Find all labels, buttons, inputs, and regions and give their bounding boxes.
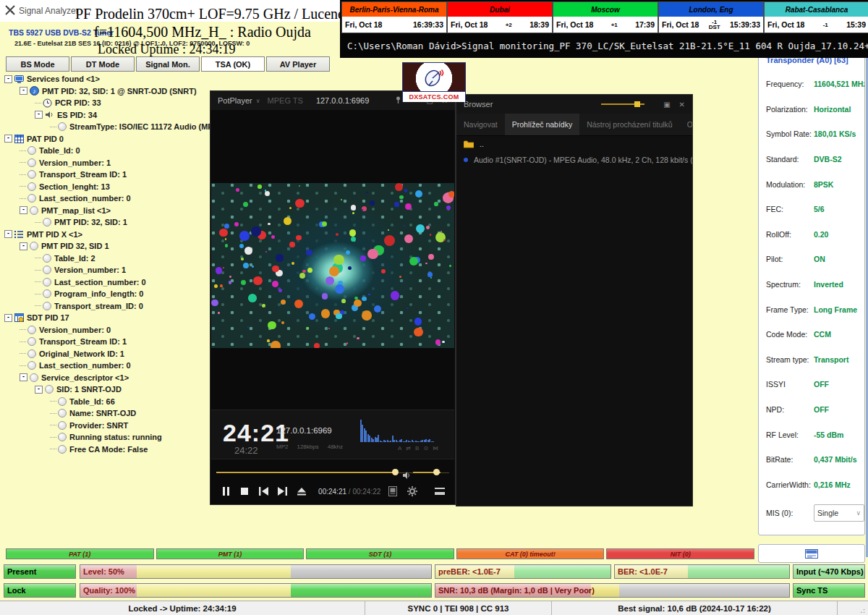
- tree-item[interactable]: Table_Id: 0: [3, 145, 210, 157]
- field-value: -55 dBm: [814, 430, 843, 439]
- tree-item[interactable]: Version_number: 1: [3, 157, 210, 169]
- tree-expander[interactable]: -: [20, 242, 27, 250]
- browser-tab[interactable]: Nástroj procházení titulků: [579, 114, 679, 135]
- tree-item[interactable]: Transport_Stream ID: 1: [3, 169, 210, 181]
- tree-item[interactable]: Section_lenght: 13: [3, 181, 210, 193]
- tree-item[interactable]: Last_section_number: 0: [3, 276, 210, 289]
- seek-bar[interactable]: [216, 472, 395, 473]
- player-mini-icon[interactable]: B: [415, 445, 419, 451]
- meter: preBER: <1.0E-7: [435, 564, 611, 579]
- stop-button[interactable]: [235, 483, 254, 499]
- mis-select[interactable]: Single ∨: [814, 504, 864, 522]
- pin-icon[interactable]: [395, 96, 401, 105]
- tree-item[interactable]: Table_Id: 66: [3, 396, 210, 408]
- seek-handle[interactable]: [392, 469, 399, 475]
- browser-titlebar[interactable]: Browser ▣ ✕: [456, 95, 692, 114]
- tab-dt-mode[interactable]: DT Mode: [71, 56, 135, 72]
- tree-item[interactable]: Provider: SNRT: [3, 420, 210, 432]
- tree-item[interactable]: Version_number: 1: [3, 264, 210, 276]
- tree-item-label: Free CA Mode: False: [69, 445, 148, 454]
- volume-handle[interactable]: [433, 469, 440, 475]
- tree-item[interactable]: Program_info_length: 0: [3, 288, 210, 300]
- pause-button[interactable]: [216, 483, 235, 499]
- tree-item[interactable]: Version_number: 0: [3, 324, 210, 336]
- player-app-name[interactable]: PotPlayer: [218, 96, 252, 105]
- tree-expander[interactable]: -: [4, 314, 12, 322]
- keyboard-button[interactable]: [758, 544, 865, 563]
- audio-spectrum: [360, 419, 443, 442]
- folder-up-item[interactable]: ..: [456, 136, 692, 152]
- tree-item[interactable]: Free CA Mode: False: [3, 444, 210, 456]
- menu-button[interactable]: [430, 483, 449, 499]
- slider-handle[interactable]: [634, 101, 640, 107]
- tree-item[interactable]: -PAT PID 0: [3, 133, 210, 145]
- previous-button[interactable]: [254, 483, 273, 499]
- close-icon[interactable]: ✕: [679, 101, 685, 109]
- player-mini-icon[interactable]: A: [398, 445, 401, 451]
- tab-signal-mon-[interactable]: Signal Mon.: [136, 56, 200, 72]
- player-mini-icon[interactable]: ⊙: [423, 445, 428, 451]
- tab-bs-mode[interactable]: BS Mode: [6, 56, 69, 72]
- tab-tsa-ok-[interactable]: TSA (OK): [201, 56, 265, 72]
- tree-expander[interactable]: -: [4, 230, 12, 238]
- tree-item-label: Last_section_number: 0: [54, 278, 146, 287]
- tree-expander[interactable]: -: [4, 135, 12, 143]
- eject-button[interactable]: [292, 483, 311, 499]
- tab-av-player[interactable]: AV Player: [266, 56, 330, 72]
- tree-item[interactable]: PCR PID: 33: [3, 97, 210, 109]
- tree-item[interactable]: Last_section_number: 0: [3, 192, 210, 205]
- tree-item[interactable]: -PMT PID X <1>: [3, 229, 210, 241]
- next-button[interactable]: [273, 483, 292, 499]
- tree-item[interactable]: Last_section_number: 0: [3, 360, 210, 372]
- tree-item[interactable]: -ES PID: 34: [3, 109, 210, 122]
- chevron-down-icon: ∨: [856, 509, 861, 517]
- tree-item[interactable]: Transport_Stream ID: 1: [3, 336, 210, 348]
- tree-expander[interactable]: -: [35, 111, 43, 119]
- resize-grip[interactable]: .:: [838, 601, 868, 615]
- tree-expander[interactable]: -: [20, 373, 27, 381]
- ball-icon: [43, 218, 51, 226]
- tree-item[interactable]: StreamType: ISO/IEC 11172 Audio (MPEG-1)…: [3, 121, 210, 133]
- chevron-down-icon[interactable]: ∨: [256, 98, 260, 104]
- player-window[interactable]: PotPlayer ∨ MPEG TS 127.0.0.1:6969 — ▢ ✕…: [210, 90, 456, 505]
- ball-icon: [43, 278, 51, 287]
- video-area[interactable]: [211, 183, 454, 348]
- field-label: RF Level:: [766, 430, 814, 439]
- tree-item-label: Section_lenght: 13: [39, 182, 110, 191]
- tree-item[interactable]: -Service_descriptor <1>: [3, 372, 210, 384]
- command-prompt-window[interactable]: Berlin-Paris-Vienna-RomaFri, Oct 1816:39…: [340, 0, 868, 58]
- browser-slider[interactable]: [601, 103, 644, 105]
- tree-item[interactable]: Table_Id: 2: [3, 253, 210, 265]
- ab-repeat-icons: A⇄B⊙⋈: [398, 445, 438, 451]
- tree-item[interactable]: -SID: 1 SNRT-OJD: [3, 383, 210, 396]
- tree-item[interactable]: Original_Network ID: 1: [3, 348, 210, 360]
- tree-item[interactable]: Name: SNRT-OJD: [3, 407, 210, 420]
- playlist-button[interactable]: [383, 483, 402, 499]
- ball-icon: [43, 266, 51, 274]
- tree-item[interactable]: -Services found <1>: [3, 73, 210, 85]
- tree-item[interactable]: PMT PID: 32, SID: 1: [3, 216, 210, 229]
- tree-item[interactable]: -PMT PID 32, SID 1: [3, 240, 210, 253]
- tree-expander[interactable]: -: [4, 75, 12, 83]
- player-mini-icon[interactable]: ⋈: [433, 445, 438, 451]
- browser-tab[interactable]: Prohlížeč nabídky: [505, 114, 579, 135]
- audio-track-item[interactable]: Audio #1(SNRT-OJD) - MPEG Audio, 48.0 kH…: [456, 152, 692, 168]
- tree-item[interactable]: Transport_stream_ID: 0: [3, 300, 210, 313]
- tree-item[interactable]: -PMT_map_list <1>: [3, 205, 210, 217]
- clock-panel: DubaiFri, Oct 18+218:39: [447, 1, 553, 33]
- mis-value: Single: [817, 509, 838, 517]
- browser-window[interactable]: Browser ▣ ✕ NavigovatProhlížeč nabídkyNá…: [456, 94, 693, 506]
- tree-item[interactable]: Running status: running: [3, 431, 210, 444]
- tree-item[interactable]: -♪PMT PID: 32, SID: 1 @ SNRT-OJD (SNRT): [3, 85, 210, 98]
- tree-expander[interactable]: -: [20, 87, 27, 95]
- player-mini-icon[interactable]: ⇄: [406, 445, 411, 451]
- browser-tab[interactable]: Online S: [680, 114, 692, 135]
- tree-expander[interactable]: -: [35, 386, 43, 394]
- pin-icon[interactable]: ▣: [663, 101, 670, 109]
- field-label: Stream type:: [766, 355, 814, 364]
- tree-item[interactable]: -SDT PID 17: [3, 312, 210, 324]
- tree-expander[interactable]: -: [20, 206, 27, 214]
- transponder-field: Stream type:Transport: [759, 347, 864, 373]
- settings-gear-icon[interactable]: [403, 483, 422, 499]
- browser-tab[interactable]: Navigovat: [456, 114, 505, 135]
